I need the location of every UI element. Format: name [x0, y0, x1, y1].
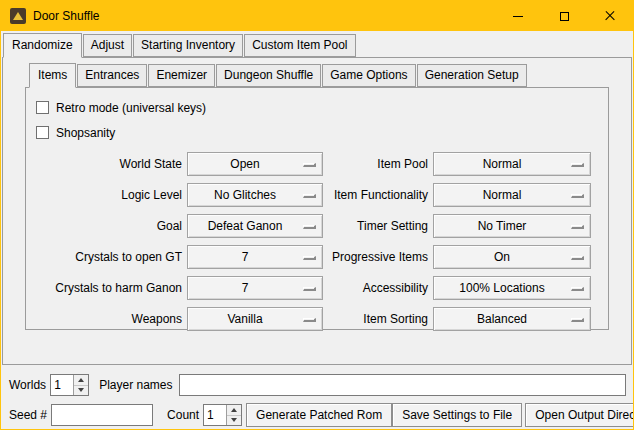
count-spin-up-button[interactable] [227, 405, 241, 415]
timer-setting-value: No Timer [478, 219, 527, 233]
maximize-icon [560, 12, 569, 21]
minimize-button[interactable] [495, 1, 541, 31]
down-arrow-icon [231, 418, 237, 422]
logic-level-value: No Glitches [214, 188, 276, 202]
progressive-items-label: Progressive Items [328, 245, 428, 269]
world-state-value: Open [230, 157, 259, 171]
progressive-items-dropdown[interactable]: On [433, 245, 591, 269]
count-input[interactable] [204, 405, 226, 425]
minimize-icon [513, 16, 523, 17]
item-sorting-label: Item Sorting [328, 307, 428, 331]
window-title: Door Shuffle [33, 9, 100, 23]
tab-dungeon-shuffle[interactable]: Dungeon Shuffle [216, 64, 321, 87]
goal-label: Goal [32, 214, 182, 238]
worlds-label: Worlds [9, 378, 46, 392]
down-arrow-icon [78, 388, 84, 392]
item-pool-dropdown[interactable]: Normal [433, 152, 591, 176]
dropdown-indicator-icon [571, 225, 584, 229]
item-functionality-label: Item Functionality [328, 183, 428, 207]
checkbox-icon [36, 101, 49, 114]
crystals-open-gt-value: 7 [242, 250, 249, 264]
worlds-spin-down-button[interactable] [74, 385, 88, 396]
player-names-input[interactable] [179, 374, 627, 396]
door-shuffle-window: Door Shuffle Randomize Adjust Starting I… [0, 0, 634, 430]
crystals-harm-ganon-label: Crystals to harm Ganon [32, 276, 182, 300]
up-arrow-icon [231, 408, 237, 412]
worlds-spin-up-button[interactable] [74, 375, 88, 385]
dropdown-indicator-icon [571, 287, 584, 291]
item-pool-value: Normal [483, 157, 522, 171]
tab-entrances[interactable]: Entrances [77, 64, 147, 87]
weapons-value: Vanilla [227, 312, 262, 326]
dropdown-indicator-icon [303, 163, 316, 167]
options-grid: World State Open Item Pool Normal Logic … [32, 152, 608, 331]
window-controls [495, 1, 633, 31]
count-label: Count [167, 408, 199, 422]
worlds-input[interactable] [51, 375, 73, 395]
logic-level-label: Logic Level [32, 183, 182, 207]
outer-tab-bar: Randomize Adjust Starting Inventory Cust… [3, 33, 633, 57]
shopsanity-label: Shopsanity [56, 126, 115, 140]
retro-mode-label: Retro mode (universal keys) [56, 101, 206, 115]
crystals-open-gt-dropdown[interactable]: 7 [187, 245, 323, 269]
dropdown-indicator-icon [303, 287, 316, 291]
dropdown-indicator-icon [303, 194, 316, 198]
progressive-items-value: On [494, 250, 510, 264]
item-pool-label: Item Pool [328, 152, 428, 176]
accessibility-label: Accessibility [328, 276, 428, 300]
weapons-dropdown[interactable]: Vanilla [187, 307, 323, 331]
accessibility-dropdown[interactable]: 100% Locations [433, 276, 591, 300]
dropdown-indicator-icon [571, 194, 584, 198]
crystals-harm-ganon-dropdown[interactable]: 7 [187, 276, 323, 300]
dropdown-indicator-icon [303, 318, 316, 322]
window-body: Randomize Adjust Starting Inventory Cust… [1, 31, 633, 429]
up-arrow-icon [78, 378, 84, 382]
shopsanity-checkbox[interactable]: Shopsanity [32, 120, 608, 145]
world-state-label: World State [32, 152, 182, 176]
dropdown-indicator-icon [571, 256, 584, 260]
tab-custom-item-pool[interactable]: Custom Item Pool [244, 34, 355, 57]
titlebar: Door Shuffle [1, 1, 633, 31]
bottom-bar: Worlds Player names Seed # Count [1, 365, 633, 429]
checkbox-icon [36, 126, 49, 139]
goal-value: Defeat Ganon [208, 219, 283, 233]
goal-dropdown[interactable]: Defeat Ganon [187, 214, 323, 238]
tab-randomize[interactable]: Randomize [3, 33, 82, 58]
tab-starting-inventory[interactable]: Starting Inventory [133, 34, 243, 57]
tab-items[interactable]: Items [29, 63, 76, 88]
timer-setting-label: Timer Setting [328, 214, 428, 238]
logic-level-dropdown[interactable]: No Glitches [187, 183, 323, 207]
tab-adjust[interactable]: Adjust [83, 34, 132, 57]
items-pane: Retro mode (universal keys) Shopsanity W… [25, 87, 609, 330]
dropdown-indicator-icon [303, 225, 316, 229]
timer-setting-dropdown[interactable]: No Timer [433, 214, 591, 238]
count-spin-arrows [226, 405, 241, 425]
item-functionality-dropdown[interactable]: Normal [433, 183, 591, 207]
tab-enemizer[interactable]: Enemizer [148, 64, 215, 87]
maximize-button[interactable] [541, 1, 587, 31]
tab-game-options[interactable]: Game Options [322, 64, 415, 87]
weapons-label: Weapons [32, 307, 182, 331]
open-output-directory-button[interactable]: Open Output Directory [525, 403, 634, 427]
count-spin-down-button[interactable] [227, 415, 241, 426]
close-button[interactable] [587, 1, 633, 31]
item-functionality-value: Normal [483, 188, 522, 202]
item-sorting-dropdown[interactable]: Balanced [433, 307, 591, 331]
retro-mode-checkbox[interactable]: Retro mode (universal keys) [32, 95, 608, 120]
seed-label: Seed # [9, 408, 47, 422]
player-names-label: Player names [99, 378, 172, 392]
worlds-spinbox [50, 374, 89, 396]
accessibility-value: 100% Locations [459, 281, 544, 295]
crystals-open-gt-label: Crystals to open GT [32, 245, 182, 269]
app-icon [10, 8, 26, 24]
crystals-harm-ganon-value: 7 [242, 281, 249, 295]
tab-generation-setup[interactable]: Generation Setup [417, 64, 527, 87]
dropdown-indicator-icon [571, 318, 584, 322]
close-icon [604, 10, 616, 22]
generate-patched-rom-button[interactable]: Generate Patched Rom [246, 403, 392, 427]
randomize-pane: Items Entrances Enemizer Dungeon Shuffle… [2, 57, 632, 365]
count-spinbox [203, 404, 242, 426]
save-settings-button[interactable]: Save Settings to File [392, 403, 522, 427]
world-state-dropdown[interactable]: Open [187, 152, 323, 176]
seed-input[interactable] [51, 404, 153, 426]
